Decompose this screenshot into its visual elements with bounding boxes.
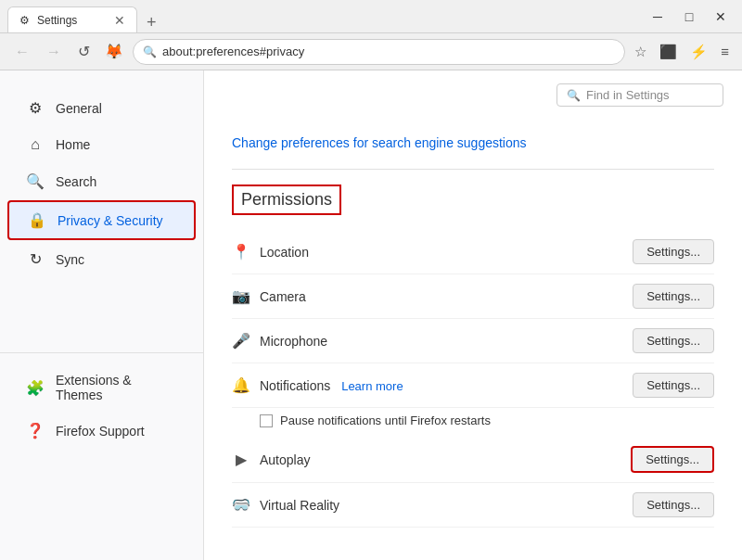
virtual-reality-icon: 🥽 (232, 496, 250, 514)
permission-row-camera: 📷 Camera Settings... (232, 274, 714, 319)
address-search-icon: 🔍 (143, 45, 157, 58)
location-label: Location (260, 245, 633, 260)
permissions-heading: Permissions (232, 185, 341, 215)
search-icon: 🔍 (26, 172, 45, 190)
sidebar-item-extensions-label: Extensions & Themes (56, 373, 177, 402)
window-controls: ─ □ ✕ (644, 6, 735, 28)
browser-content: ⚙ General ⌂ Home 🔍 Search 🔒 Privacy & Se… (0, 70, 742, 560)
nav-icons: ☆ ⬛ ⚡ ≡ (631, 40, 733, 64)
sidebar-item-sync-label: Sync (56, 252, 84, 267)
minimize-button[interactable]: ─ (644, 6, 672, 28)
extensions-icon: 🧩 (26, 379, 45, 397)
microphone-settings-button[interactable]: Settings... (633, 328, 714, 353)
privacy-icon: 🔒 (28, 211, 46, 229)
general-icon: ⚙ (26, 99, 45, 117)
address-bar[interactable]: 🔍 about:preferences#privacy (133, 39, 625, 65)
section-divider (232, 169, 714, 170)
back-button[interactable]: ← (9, 40, 35, 64)
autoplay-settings-button[interactable]: Settings... (631, 446, 714, 473)
permission-row-autoplay: ▶ Autoplay Settings... (232, 437, 714, 483)
sidebar-item-extensions[interactable]: 🧩 Extensions & Themes (7, 363, 196, 412)
sidebar-item-home[interactable]: ⌂ Home (7, 127, 196, 162)
notifications-settings-button[interactable]: Settings... (633, 373, 714, 398)
bookmark-icon[interactable]: ☆ (631, 40, 650, 64)
sidebar-item-search-label: Search (56, 174, 96, 189)
notifications-icon: 🔔 (232, 376, 250, 394)
maximize-button[interactable]: □ (675, 6, 703, 28)
active-tab[interactable]: ⚙ Settings ✕ (7, 6, 137, 32)
sidebar-item-privacy-label: Privacy & Security (58, 213, 163, 228)
camera-icon: 📷 (232, 287, 250, 305)
find-in-settings-placeholder: Find in Settings (586, 88, 670, 102)
location-icon: 📍 (232, 243, 250, 261)
permission-row-virtual-reality: 🥽 Virtual Reality Settings... (232, 483, 714, 528)
tab-favicon: ⚙ (19, 14, 30, 27)
sidebar-item-support[interactable]: ❓ Firefox Support (7, 413, 196, 449)
home-icon: ⌂ (26, 136, 45, 153)
sidebar-item-support-label: Firefox Support (56, 424, 145, 439)
sidebar-item-general[interactable]: ⚙ General (7, 90, 196, 126)
location-settings-button[interactable]: Settings... (633, 239, 714, 264)
pause-notifications-label: Pause notifications until Firefox restar… (280, 414, 491, 427)
permission-row-notifications: 🔔 Notifications Learn more Settings... (232, 363, 714, 408)
microphone-label: Microphone (260, 334, 633, 349)
sidebar-item-home-label: Home (56, 137, 90, 152)
camera-label: Camera (260, 289, 633, 304)
autoplay-icon: ▶ (232, 451, 250, 468)
menu-icon[interactable]: ≡ (717, 40, 733, 63)
pause-notifications-checkbox[interactable] (260, 414, 273, 427)
sidebar: ⚙ General ⌂ Home 🔍 Search 🔒 Privacy & Se… (0, 70, 204, 560)
pause-notifications-row: Pause notifications until Firefox restar… (232, 408, 714, 437)
navbar: ← → ↺ 🦊 🔍 about:preferences#privacy ☆ ⬛ … (0, 33, 742, 70)
profile-icon[interactable]: ⚡ (686, 40, 711, 64)
notifications-text: Notifications (260, 378, 330, 393)
suggestion-link[interactable]: Change preferences for search engine sug… (232, 135, 714, 150)
find-in-settings[interactable]: 🔍 Find in Settings (556, 83, 723, 107)
permission-row-microphone: 🎤 Microphone Settings... (232, 319, 714, 363)
firefox-logo: 🦊 (105, 43, 123, 60)
suggestion-section: Change preferences for search engine sug… (232, 135, 714, 150)
notifications-label: Notifications Learn more (260, 378, 633, 393)
sidebar-item-privacy[interactable]: 🔒 Privacy & Security (7, 200, 196, 240)
camera-settings-button[interactable]: Settings... (633, 284, 714, 309)
autoplay-label: Autoplay (260, 452, 631, 467)
main-panel: 🔍 Find in Settings Change preferences fo… (204, 70, 742, 560)
tab-close-button[interactable]: ✕ (114, 13, 125, 28)
tab-area: ⚙ Settings ✕ + (7, 0, 644, 32)
sidebar-item-search[interactable]: 🔍 Search (7, 163, 196, 199)
refresh-button[interactable]: ↺ (72, 39, 96, 64)
forward-button[interactable]: → (41, 40, 67, 64)
virtual-reality-settings-button[interactable]: Settings... (633, 492, 714, 517)
permission-row-location: 📍 Location Settings... (232, 230, 714, 274)
window-close-button[interactable]: ✕ (707, 6, 735, 28)
titlebar: ⚙ Settings ✕ + ─ □ ✕ (0, 0, 742, 33)
new-tab-button[interactable]: + (143, 13, 160, 32)
sidebar-item-general-label: General (56, 101, 102, 116)
support-icon: ❓ (26, 422, 45, 439)
virtual-reality-label: Virtual Reality (260, 498, 633, 513)
find-search-icon: 🔍 (567, 89, 581, 102)
tab-title: Settings (37, 14, 107, 27)
notifications-learn-more[interactable]: Learn more (341, 379, 403, 393)
sidebar-item-sync[interactable]: ↻ Sync (7, 241, 196, 277)
sidebar-bottom: 🧩 Extensions & Themes ❓ Firefox Support (0, 352, 203, 449)
microphone-icon: 🎤 (232, 332, 250, 350)
sync-icon: ↻ (26, 250, 45, 268)
address-text: about:preferences#privacy (162, 45, 615, 58)
pocket-icon[interactable]: ⬛ (656, 40, 681, 64)
